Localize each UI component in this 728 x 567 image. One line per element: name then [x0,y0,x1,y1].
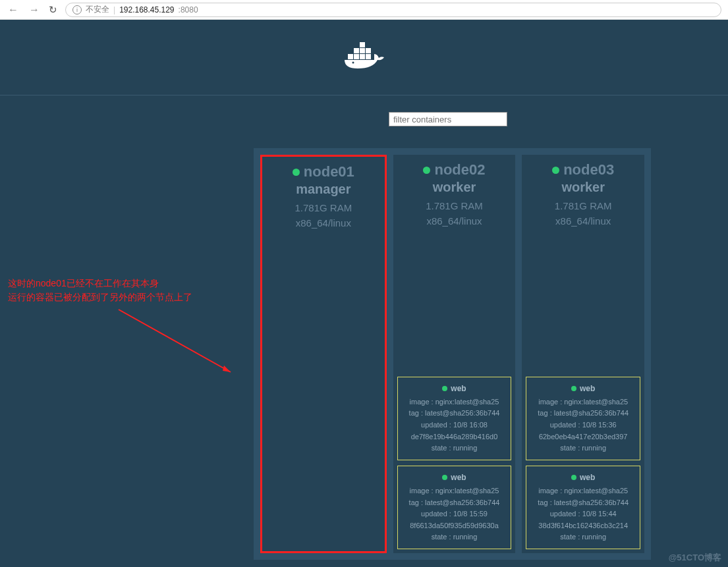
status-dot-icon [571,386,576,391]
container-card[interactable]: webimage : nginx:latest@sha25tag : lates… [397,377,512,460]
container-image: image : nginx:latest@sha25 [529,485,637,497]
browser-bar: ← → ↻ i 不安全 | 192.168.45.129:8080 [0,0,728,20]
container-image: image : nginx:latest@sha25 [401,485,509,497]
node-arch: x86_64/linux [426,215,482,227]
address-ip: 192.168.45.129 [119,5,174,14]
annotation-text: 这时的node01已经不在工作在其本身 运行的容器已被分配到了另外的两个节点上了 [8,277,192,304]
status-dot-icon [552,167,559,174]
svg-line-9 [119,310,231,372]
container-tag: tag : latest@sha256:36b744 [529,497,637,509]
container-tag: tag : latest@sha256:36b744 [401,497,509,509]
svg-rect-5 [360,48,365,53]
svg-rect-2 [360,54,365,59]
status-dot-icon [442,475,447,480]
node-role: worker [433,180,476,195]
node-ram: 1.781G RAM [555,200,612,211]
container-tag: tag : latest@sha256:36b744 [401,408,509,419]
svg-point-8 [352,62,354,64]
node-name-label: node02 [434,161,485,178]
back-icon[interactable]: ← [7,4,20,16]
container-card[interactable]: webimage : nginx:latest@sha25tag : lates… [526,466,640,549]
container-hash: 38d3f614bc162436cb3c214 [529,520,637,532]
svg-rect-0 [348,54,353,59]
page-body: node01manager1.781G RAMx86_64/linuxnode0… [0,20,728,567]
status-dot-icon [293,169,300,176]
info-icon[interactable]: i [72,5,82,14]
docker-logo-icon [341,41,387,74]
svg-rect-4 [354,48,359,53]
address-bar[interactable]: i 不安全 | 192.168.45.129:8080 [65,3,721,17]
container-image: image : nginx:latest@sha25 [401,396,509,408]
container-name: web [529,472,637,484]
node-name-label: node03 [563,161,614,178]
node-name: node03 [552,161,614,178]
container-updated: updated : 10/8 16:08 [401,419,509,431]
container-name: web [401,383,509,395]
container-name: web [529,383,637,395]
page-header [0,20,728,95]
node-arch: x86_64/linux [296,217,351,229]
annotation-arrow-icon [112,303,250,385]
container-tag: tag : latest@sha256:36b744 [529,408,637,419]
container-card[interactable]: webimage : nginx:latest@sha25tag : lates… [526,377,640,460]
container-state: state : running [529,531,637,543]
svg-marker-10 [223,365,231,372]
node-ram: 1.781G RAM [294,202,352,213]
node-name: node01 [293,163,354,180]
node-name-label: node01 [304,163,354,180]
container-card[interactable]: webimage : nginx:latest@sha25tag : lates… [397,466,512,549]
filter-input[interactable] [389,112,507,126]
node-column[interactable]: node01manager1.781G RAMx86_64/linux [260,155,387,553]
status-dot-icon [571,475,576,480]
node-column[interactable]: node02worker1.781G RAMx86_64/linuxwebima… [393,155,516,553]
node-ram: 1.781G RAM [426,200,483,211]
container-image: image : nginx:latest@sha25 [529,396,637,408]
reload-icon[interactable]: ↻ [49,4,57,16]
annotation-line1: 这时的node01已经不在工作在其本身 [8,277,192,290]
containers-area [262,235,385,551]
watermark: @51CTO博客 [669,552,721,564]
svg-rect-3 [366,54,371,59]
node-name: node02 [423,161,485,178]
container-updated: updated : 10/8 15:59 [401,508,509,520]
status-dot-icon [423,167,430,174]
container-name: web [401,472,509,484]
container-hash: 62be0eb4a417e20b3ed397 [529,431,637,443]
node-arch: x86_64/linux [555,215,611,227]
insecure-label: 不安全 [86,4,109,15]
svg-rect-1 [354,54,359,59]
containers-area: webimage : nginx:latest@sha25tag : lates… [393,233,516,553]
container-updated: updated : 10/8 15:36 [529,419,637,431]
container-updated: updated : 10/8 15:44 [529,508,637,520]
container-hash: de7f8e19b446a289b416d0 [401,431,509,443]
nodes-container: node01manager1.781G RAMx86_64/linuxnode0… [254,148,651,560]
container-state: state : running [401,443,509,454]
status-dot-icon [442,386,447,391]
annotation-line2: 运行的容器已被分配到了另外的两个节点上了 [8,290,192,304]
address-port: :8080 [179,5,198,14]
container-hash: 8f6613da50f935d59d9630a [401,520,509,532]
node-column[interactable]: node03worker1.781G RAMx86_64/linuxwebima… [522,155,644,553]
containers-area: webimage : nginx:latest@sha25tag : lates… [522,233,644,553]
node-role: worker [561,180,605,195]
node-role: manager [296,182,350,197]
svg-rect-7 [360,42,365,47]
forward-icon[interactable]: → [28,4,41,16]
container-state: state : running [401,531,509,543]
svg-rect-6 [366,48,371,53]
container-state: state : running [529,443,637,454]
